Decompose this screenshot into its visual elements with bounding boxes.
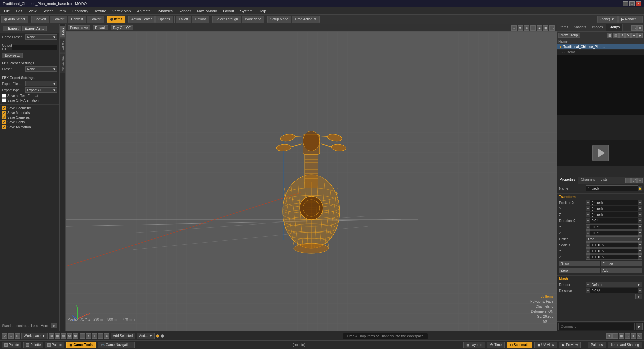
prop-tab-lists[interactable]: Lists [598, 177, 611, 184]
scale-y-expand[interactable]: ▼ [638, 248, 642, 254]
rp-more-icon[interactable]: ≡ [637, 25, 643, 31]
vp-icon-home[interactable]: ⌂ [511, 25, 517, 31]
pos-x-value[interactable]: (mixed) [590, 200, 638, 205]
auto-select-btn[interactable]: Auto Select [1, 16, 28, 23]
prop-tab-properties[interactable]: Properties [557, 177, 578, 184]
transform-header[interactable]: Transform [559, 195, 642, 199]
rot-y-value[interactable]: 0.0 ° [590, 224, 638, 230]
grid-icon-5[interactable]: ▩ [73, 333, 78, 339]
vb-r-settings-icon[interactable]: ⚙ [637, 333, 642, 339]
render-dropdown[interactable]: Default ▼ [590, 282, 642, 287]
less-btn[interactable]: Less [31, 324, 38, 328]
add-btn[interactable]: Add [601, 268, 642, 273]
expand-btn[interactable]: » [51, 323, 57, 328]
menu-file[interactable]: File [1, 8, 13, 14]
workspace-dropdown[interactable]: Workspace ▼ [21, 333, 48, 339]
menu-maxtomodo[interactable]: MaxToModo [194, 8, 220, 14]
menu-view[interactable]: View [26, 8, 39, 14]
groups-icon-4[interactable]: ↷ [625, 33, 631, 38]
drop-action-btn[interactable]: Drop Action▼ [292, 16, 320, 23]
action-center-btn[interactable]: Action Center [128, 16, 155, 23]
setup-mode-btn[interactable]: Setup Mode [267, 16, 291, 23]
mesh-more-btn[interactable]: ▶ [635, 294, 642, 299]
convert-btn-4[interactable]: Convert [87, 16, 104, 23]
grid-icon-1[interactable]: ⊞ [49, 333, 54, 339]
pos-x-expand[interactable]: ▼ [638, 200, 642, 205]
minimize-btn[interactable]: ─ [623, 1, 628, 6]
menu-system[interactable]: System [237, 8, 255, 14]
convert-btn-2[interactable]: Convert [50, 16, 67, 23]
pos-z-lock[interactable]: ● [586, 212, 590, 217]
convert-btn-1[interactable]: Convert [31, 16, 49, 23]
grid-icon-4[interactable]: ▨ [67, 333, 72, 339]
vb-r-zoom-icon[interactable]: ⊕ [606, 333, 612, 339]
uv-view-btn[interactable]: ▣ UV View [534, 342, 557, 348]
menu-help[interactable]: Help [256, 8, 269, 14]
palette-btn-3[interactable]: Palette [45, 342, 64, 348]
prop-expand-icon[interactable]: ⛶ [631, 178, 637, 183]
menu-geometry[interactable]: Geometry [69, 8, 91, 14]
zero-btn[interactable]: Zero [559, 268, 600, 273]
rot-y-lock[interactable]: ● [586, 224, 590, 230]
dissolve-expand[interactable]: ▼ [638, 288, 642, 293]
reset-btn[interactable]: Reset [559, 261, 600, 266]
nav-icon-1[interactable]: ← [80, 333, 85, 339]
rp-tab-groups[interactable]: Groups [606, 24, 623, 31]
scale-x-lock[interactable]: ● [586, 242, 590, 248]
side-tab-vertex[interactable]: Vertex Map [60, 53, 65, 73]
menu-texture[interactable]: Texture [92, 8, 109, 14]
pos-x-lock[interactable]: ● [586, 200, 590, 205]
groups-icon-6[interactable]: ▶ [637, 33, 643, 38]
items-shading-btn[interactable]: Items and Shading [608, 342, 642, 348]
rot-x-expand[interactable]: ▼ [638, 218, 642, 223]
rp-tab-items[interactable]: Items [557, 24, 571, 31]
name-input[interactable] [586, 185, 638, 191]
mesh-header[interactable]: Mesh [559, 277, 642, 281]
add-dropdown[interactable]: Add... ▼ [137, 333, 155, 339]
rot-z-expand[interactable]: ▼ [638, 230, 642, 236]
game-tools-btn[interactable]: ▦ Game Tools [66, 342, 96, 348]
dissolve-lock[interactable]: ● [586, 288, 590, 293]
grid-icon-3[interactable]: ▧ [61, 333, 66, 339]
vp-icon-camera[interactable]: ◈ [537, 25, 542, 31]
render-btn[interactable]: ▶ Render ... [618, 16, 643, 23]
render-preset-dropdown[interactable]: (none)▼ [597, 16, 618, 23]
grid-icon-2[interactable]: ▦ [55, 333, 60, 339]
rot-z-value[interactable]: 0.0 ° [590, 230, 638, 236]
rot-z-lock[interactable]: ● [586, 230, 590, 236]
vb-fit-icon[interactable]: ⊞ [15, 333, 20, 339]
perspective-label[interactable]: Perspective [68, 25, 90, 30]
freeze-btn[interactable]: Freeze [601, 261, 642, 266]
vb-home-icon[interactable]: ⌂ [8, 333, 14, 339]
name-lock-icon[interactable]: 🔒 [638, 186, 642, 191]
groups-icon-1[interactable]: ▦ [607, 33, 612, 38]
palette-btn-1[interactable]: Palette [2, 342, 21, 348]
convert-btn-3[interactable]: Convert [68, 16, 86, 23]
save-animation-checkbox[interactable] [2, 125, 6, 129]
color-circle-orange[interactable] [156, 334, 159, 338]
new-group-btn[interactable]: New Group [558, 33, 580, 38]
options-btn-2[interactable]: Options [192, 16, 209, 23]
raygl-label[interactable]: Ray GL: Off [111, 25, 133, 30]
maximize-btn[interactable]: □ [629, 1, 635, 6]
save-materials-checkbox[interactable] [2, 111, 6, 115]
workplane-btn[interactable]: WorkPlane [242, 16, 264, 23]
game-nav-btn[interactable]: 🎮 Game Navigation [98, 342, 135, 348]
vp-icon-frame[interactable]: ↺ [518, 25, 523, 31]
rot-x-lock[interactable]: ● [586, 218, 590, 223]
vb-r-grid-icon[interactable]: ▦ [619, 333, 624, 339]
preview-btn[interactable]: ▶ Preview [559, 342, 581, 348]
prop-tab-channels[interactable]: Channels [578, 177, 598, 184]
timeline-btn[interactable]: ⏱ Time [487, 342, 505, 348]
dissolve-value[interactable]: 0.0 % [590, 288, 638, 293]
close-btn[interactable]: ✕ [636, 1, 641, 6]
rp-expand-icon[interactable]: ⛶ [631, 25, 637, 31]
prop-more-icon[interactable]: ≡ [637, 178, 643, 183]
output-dir-input[interactable] [12, 45, 57, 50]
vp-icon-expand[interactable]: ⛶ [549, 25, 555, 31]
scale-z-value[interactable]: 100.0 % [590, 254, 638, 260]
vb-nav-icon[interactable]: ◁ [2, 333, 7, 339]
groups-icon-3[interactable]: ↺ [619, 33, 625, 38]
play-btn[interactable] [592, 145, 609, 161]
groups-icon-5[interactable]: ◀ [631, 33, 637, 38]
